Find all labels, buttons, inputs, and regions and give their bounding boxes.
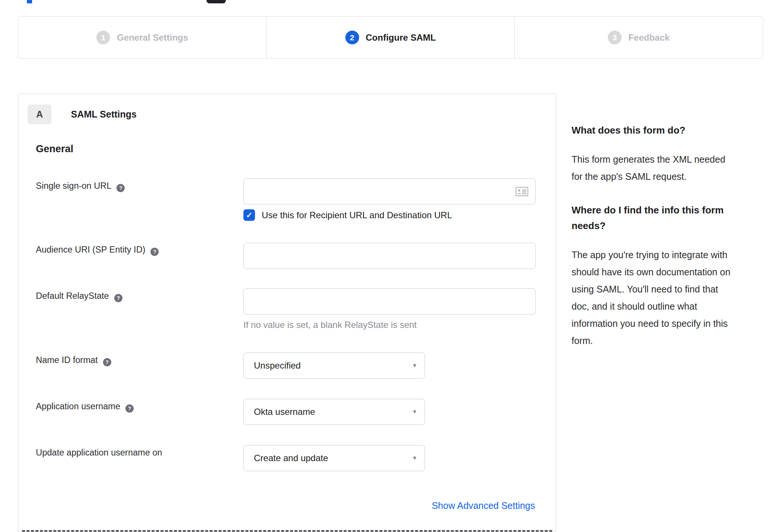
- step-feedback[interactable]: 3 Feedback: [514, 17, 763, 58]
- step-1-label: General Settings: [117, 32, 188, 43]
- help-section-2-title: Where do I find the info this form needs…: [572, 202, 760, 234]
- step-general-settings[interactable]: 1 General Settings: [18, 17, 266, 58]
- help-icon[interactable]: ?: [116, 184, 125, 192]
- step-3-label: Feedback: [628, 32, 670, 43]
- general-group-title: General: [36, 143, 74, 155]
- step-2-number-badge: 2: [345, 31, 359, 44]
- default-relaystate-input[interactable]: [243, 288, 536, 314]
- help-section-2-body: The app you're trying to integrate with …: [572, 246, 760, 349]
- step-1-number-badge: 1: [96, 31, 110, 44]
- help-icon[interactable]: ?: [114, 294, 122, 302]
- update-username-on-value: Create and update: [254, 445, 328, 471]
- recipient-url-checkbox-row: ✓ Use this for Recipient URL and Destina…: [243, 209, 452, 221]
- relaystate-helper-text: If no value is set, a blank RelayState i…: [243, 320, 417, 330]
- name-id-format-value: Unspecified: [254, 353, 301, 378]
- single-sign-on-url-label: Single sign-on URL?: [36, 181, 125, 192]
- field-label-text: Update application username on: [36, 448, 162, 457]
- section-title: SAML Settings: [71, 109, 137, 120]
- single-sign-on-url-input[interactable]: [243, 178, 536, 204]
- field-label-text: Default RelayState: [36, 291, 109, 301]
- default-relaystate-label: Default RelayState?: [36, 291, 122, 302]
- update-username-on-select[interactable]: Create and update ▾: [243, 445, 425, 471]
- help-panel: What does this form do? This form genera…: [572, 122, 760, 366]
- name-id-format-label: Name ID format?: [36, 355, 111, 366]
- card-header: A SAML Settings: [28, 104, 137, 124]
- field-label-text: Name ID format: [36, 355, 98, 365]
- recipient-url-checkbox[interactable]: ✓: [243, 209, 255, 221]
- field-label-text: Single sign-on URL: [36, 181, 111, 191]
- field-label-text: Audience URI (SP Entity ID): [36, 245, 145, 254]
- chevron-down-icon: ▾: [413, 445, 416, 471]
- saml-settings-card: A SAML Settings General Single sign-on U…: [18, 94, 556, 532]
- cutoff-toggle-fragment: [206, 0, 226, 3]
- step-3-number-badge: 3: [608, 31, 622, 44]
- field-label-text: Application username: [36, 401, 120, 411]
- audience-uri-input[interactable]: [243, 243, 536, 269]
- cutoff-blue-fragment: [27, 0, 32, 3]
- application-username-value: Okta username: [254, 399, 315, 425]
- chevron-down-icon: ▾: [413, 353, 416, 378]
- help-section-1-body: This form generates the XML needed for t…: [572, 151, 760, 185]
- application-username-label: Application username?: [36, 401, 134, 413]
- chevron-down-icon: ▾: [413, 399, 416, 425]
- help-section-1-title: What does this form do?: [572, 122, 760, 138]
- dashed-section-divider: [22, 530, 552, 532]
- recipient-url-checkbox-label: Use this for Recipient URL and Destinati…: [262, 210, 452, 220]
- single-sign-on-url-field-wrap: [243, 178, 536, 204]
- update-username-on-label: Update application username on: [36, 448, 162, 458]
- wizard-stepper: 1 General Settings 2 Configure SAML 3 Fe…: [18, 16, 763, 59]
- help-icon[interactable]: ?: [150, 248, 159, 256]
- step-configure-saml[interactable]: 2 Configure SAML: [266, 17, 514, 58]
- section-a-badge: A: [28, 104, 52, 124]
- show-advanced-settings-link[interactable]: Show Advanced Settings: [432, 500, 535, 511]
- help-icon[interactable]: ?: [125, 404, 134, 413]
- help-icon[interactable]: ?: [103, 358, 111, 366]
- name-id-format-select[interactable]: Unspecified ▾: [243, 353, 425, 379]
- configure-saml-page: 1 General Settings 2 Configure SAML 3 Fe…: [0, 0, 781, 532]
- application-username-select[interactable]: Okta username ▾: [243, 399, 425, 425]
- step-2-label: Configure SAML: [366, 32, 436, 43]
- audience-uri-label: Audience URI (SP Entity ID)?: [36, 245, 159, 256]
